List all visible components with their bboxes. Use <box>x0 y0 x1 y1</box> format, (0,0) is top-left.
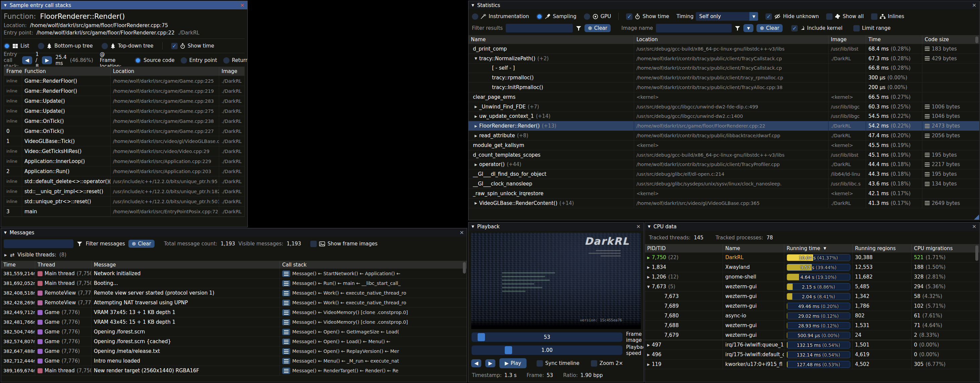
collapse-icon[interactable]: ▼ <box>472 225 474 228</box>
call-stack-icon[interactable] <box>282 300 290 306</box>
zoom-2x-checkbox[interactable]: Zoom 2× <box>591 360 623 367</box>
radio-icon[interactable] <box>102 43 108 49</box>
expand-icon[interactable]: ▶ <box>474 124 477 128</box>
call-stack-icon[interactable] <box>282 309 290 316</box>
message-row[interactable]: 382,574,807ns Game (7,776) Opening /fore… <box>1 337 467 347</box>
vertical-scrollbar[interactable] <box>463 261 466 381</box>
call-stack-row[interactable]: inline Video::GetTicksHiRes() /home/wolf… <box>4 146 244 156</box>
cpu-thread-row[interactable]: 7,688 wezterm-gui 28.93 ms (0.12%) 1,531… <box>645 321 979 331</box>
statistics-row[interactable]: ▶ FloorRenderer::Render() (+13) /home/wo… <box>469 121 979 131</box>
call-stack-icon[interactable] <box>282 319 290 325</box>
message-row[interactable]: 382,408,518ns RemoteView (7,775) Remote … <box>1 288 467 298</box>
expand-icon[interactable]: ▶ <box>4 253 7 257</box>
close-icon[interactable]: ✕ <box>972 2 976 8</box>
panel-titlebar[interactable]: ▼ Statistics ✕ <box>469 1 979 9</box>
statistics-row[interactable]: ▶ read_attribute (+8) /home/wolf/darkrl/… <box>469 131 979 141</box>
expand-icon[interactable]: ▶ <box>647 353 650 356</box>
call-stack-row[interactable]: 2 Application::Run() /home/wolf/darkrl/s… <box>4 166 244 176</box>
statistics-row[interactable]: [ - self - ] /home/wolf/darkrl/contrib/t… <box>469 63 979 73</box>
message-row[interactable]: 382,481,766ns Game (7,776) VRAM 43x45: 1… <box>1 317 467 327</box>
call-stack-row[interactable]: 1 VideoGLBase::Tick() /home/wolf/darkrl/… <box>4 136 244 146</box>
show-all-checkbox[interactable]: Show all <box>826 13 864 20</box>
funnel-icon[interactable] <box>576 26 582 31</box>
message-row[interactable]: 389,169,674ns Main thread (7,750) New re… <box>1 366 467 376</box>
call-stack-row[interactable]: inline std::unique_ptr<>::reset() /usr/i… <box>4 196 244 207</box>
expand-icon[interactable]: ▼ <box>647 285 650 289</box>
clear-filter-button[interactable]: ⊗Clear <box>584 24 611 32</box>
call-stack-icon[interactable] <box>282 367 290 374</box>
filter-results-input[interactable] <box>506 24 573 32</box>
view-mode-list[interactable]: List <box>4 43 29 49</box>
image-name-input[interactable] <box>656 24 732 32</box>
expand-icon[interactable]: ▼ <box>474 57 477 60</box>
clear-messages-button[interactable]: ⊗Clear <box>128 240 154 248</box>
message-row[interactable]: 382,647,488ns Game (7,776) Opening /meta… <box>1 347 467 356</box>
step-forward-button[interactable]: ▶ <box>485 359 495 367</box>
vertical-scrollbar[interactable] <box>975 35 978 219</box>
prev-stack-button[interactable]: ◀ <box>22 56 32 64</box>
call-stack-icon[interactable] <box>282 329 290 335</box>
show-frame-images-checkbox[interactable]: Show frame images <box>310 241 377 247</box>
checkbox[interactable] <box>536 360 543 367</box>
message-row[interactable]: 382,449,712ns Game (7,776) VRAM 37x45: 1… <box>1 308 467 317</box>
statistics-row[interactable]: clear_page_erms <kernel> <kernel> 66.5 m… <box>469 92 979 102</box>
cpu-thread-row[interactable]: ▶ 1,834 Xwayland 9.57 s (39.44%) 12,553 … <box>645 263 979 272</box>
hide-unknown-checkbox[interactable]: Hide unknown <box>765 13 819 20</box>
call-stack-row[interactable]: inline Game::RenderFloor() /home/wolf/da… <box>4 86 244 96</box>
chevron-down-icon[interactable]: ▼ <box>749 12 758 21</box>
next-stack-button[interactable]: ▶ <box>42 56 52 64</box>
funnel-icon[interactable] <box>77 241 83 247</box>
statistics-row[interactable]: module_get_kallsym <kernel> <kernel> 45.… <box>469 141 979 150</box>
cpu-thread-row[interactable]: ▼ 7,673 (5) wezterm-gui 2.15 s (8.86%) 5… <box>645 282 979 291</box>
message-row[interactable]: 381,692,052ns Main thread (7,750) Bootin… <box>1 279 467 288</box>
call-stack-row[interactable]: inline std::default_delete<>::operator()… <box>4 176 244 187</box>
clear-image-button[interactable]: ⊗Clear <box>756 24 783 32</box>
close-icon[interactable]: ✕ <box>460 229 464 236</box>
call-stack-row[interactable]: 0 Game::OnTick() /home/wolf/darkrl/src/g… <box>4 126 244 136</box>
vertical-scrollbar[interactable] <box>975 244 978 381</box>
call-stack-icon[interactable] <box>282 339 290 345</box>
expand-icon[interactable]: ▶ <box>474 134 477 138</box>
call-stack-icon[interactable] <box>282 358 290 364</box>
close-icon[interactable]: ✕ <box>636 224 641 229</box>
message-row[interactable]: 381,559,214ns Main thread (7,750) Networ… <box>1 269 467 279</box>
cpu-thread-row[interactable]: ▶ 7,750 (22) DarkRL 10.04 s (41.37%) 30,… <box>645 253 979 263</box>
cpu-thread-row[interactable]: ▶ 496 irq/175-iwlwifi:default_qu 132.14 … <box>645 350 979 359</box>
radio-icon[interactable] <box>135 57 141 63</box>
mode-instrumentation[interactable]: Instrumentation <box>472 13 529 20</box>
radio-icon[interactable] <box>4 43 10 49</box>
checkbox[interactable] <box>310 241 317 247</box>
funnel-icon[interactable] <box>735 26 740 31</box>
show-time-checkbox[interactable]: Show time <box>626 13 669 20</box>
expand-icon[interactable]: ▶ <box>647 343 650 347</box>
cpu-thread-row[interactable]: ▶ 1,206 (12) gnome-shell 4.64 s (19.10%)… <box>645 272 979 282</box>
radio-icon[interactable] <box>536 13 542 20</box>
checkbox[interactable] <box>171 43 178 49</box>
resize-grip[interactable] <box>974 215 979 220</box>
call-stack-icon[interactable] <box>282 290 290 296</box>
panel-titlebar[interactable]: ▼ Sample entry call stacks ✕ <box>1 1 247 9</box>
mode-gpu[interactable]: GPU <box>584 13 611 20</box>
collapse-icon[interactable]: ▼ <box>4 3 7 7</box>
timing-dropdown[interactable]: Self only ▼ <box>696 12 758 21</box>
view-mode-top-down[interactable]: Top-down tree <box>102 43 153 49</box>
include-kernel-checkbox[interactable]: Include kernel <box>791 25 843 32</box>
frame-location-option[interactable]: Source code <box>135 57 174 63</box>
call-stack-row[interactable]: 3 main /home/wolf/darkrl/src/EntryPointP… <box>4 207 244 217</box>
call-stack-row[interactable]: inline Application::InnerLoop() /home/wo… <box>4 156 244 166</box>
expand-icon[interactable]: ▶ <box>474 201 477 205</box>
call-stack-icon[interactable] <box>282 348 290 355</box>
call-stack-row[interactable]: inline std::__uniq_ptr_impl<>::reset() /… <box>4 187 244 196</box>
panel-titlebar[interactable]: ▼ Playback ✕ <box>469 222 643 231</box>
checkbox[interactable] <box>826 13 832 20</box>
play-button[interactable]: ▶ Play <box>500 358 527 368</box>
cpu-thread-row[interactable]: ▶ 497 irq/176-iwlwifi:queue_1 132.15 ms … <box>645 340 979 350</box>
call-stack-icon[interactable] <box>282 280 290 286</box>
message-row[interactable]: 382,428,269ns RemoteView (7,775) Attempt… <box>1 298 467 308</box>
expand-icon[interactable]: ▶ <box>474 105 477 108</box>
checkbox[interactable] <box>626 13 632 20</box>
statistics-row[interactable]: ▶ uw_update_context_1 (+14) /usr/src/deb… <box>469 112 979 122</box>
message-filter-input[interactable] <box>4 239 73 248</box>
radio-icon[interactable] <box>223 57 229 63</box>
close-icon[interactable]: ✕ <box>972 224 976 229</box>
